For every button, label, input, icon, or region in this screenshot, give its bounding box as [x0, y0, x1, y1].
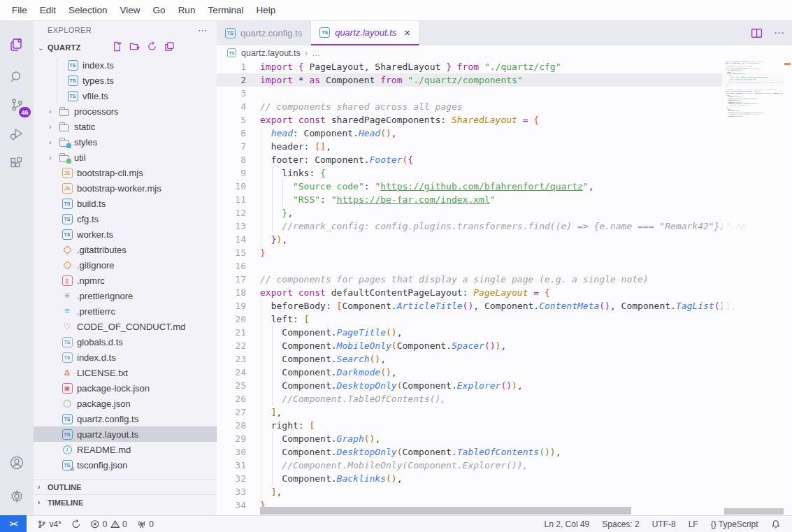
menu-item-file[interactable]: File	[6, 0, 34, 21]
tree-item-vfile-ts[interactable]: TSvfile.ts	[34, 88, 217, 103]
explorer-sidebar: EXPLORER ⋯ ⌄ QUARTZ TSindex.tsTStypes.ts…	[34, 21, 217, 515]
debug-icon[interactable]	[0, 120, 34, 148]
code-line-29: 29 Component.Graph(),	[217, 432, 747, 445]
tree-item-license-txt[interactable]: ΔLICENSE.txt	[34, 365, 217, 380]
sidebar-title: EXPLORER	[48, 26, 92, 34]
tree-item-tsconfig-json[interactable]: TS⚙tsconfig.json	[34, 457, 217, 473]
breadcrumb-more[interactable]: …	[312, 48, 321, 58]
split-editor-icon[interactable]	[751, 27, 763, 39]
tree-item--gitignore[interactable]: .gitignore	[34, 257, 217, 273]
chevron-right-icon: ›	[38, 498, 48, 506]
horizontal-scrollbar[interactable]	[260, 507, 631, 515]
project-section-row[interactable]: ⌄ QUARTZ	[34, 39, 217, 56]
tree-item-index-ts[interactable]: TSindex.ts	[34, 57, 217, 73]
menu-item-terminal[interactable]: Terminal	[201, 0, 250, 21]
collapse-icon[interactable]	[164, 41, 175, 55]
line-number: 1	[217, 60, 246, 73]
search-icon[interactable]	[0, 63, 34, 91]
code-line-13: 13 //remark_config: config.plugins.trans…	[723, 82, 784, 84]
sidebar-more-actions[interactable]: ⋯	[198, 24, 208, 36]
tree-item-label: cfg.ts	[77, 214, 99, 224]
line-number: 16	[217, 259, 246, 273]
status-left-2-error[interactable]: 00	[85, 516, 131, 532]
code-line-2: 2import * as Component from "./quartz/co…	[217, 73, 747, 87]
tree-item-bootstrap-cli-mjs[interactable]: JSbootstrap-cli.mjs	[34, 165, 217, 180]
status-label: Ln 2, Col 49	[545, 519, 590, 529]
tree-item-types-ts[interactable]: TStypes.ts	[34, 73, 217, 88]
minimap[interactable]: 1import { PageLayout, SharedLayout } fro…	[722, 60, 784, 515]
code-line-3: 3	[217, 87, 747, 100]
chevron-right-icon: ›	[49, 153, 59, 161]
account-icon[interactable]	[0, 449, 34, 477]
status-right-2[interactable]: UTF-8	[646, 516, 682, 532]
menu-item-view[interactable]: View	[114, 0, 147, 21]
tree-item--prettierrc[interactable]: ≡.prettierrc	[34, 303, 217, 319]
code-editor[interactable]: 1import { PageLayout, SharedLayout } fro…	[217, 60, 792, 515]
status-right-3[interactable]: LF	[682, 516, 705, 532]
menu-item-run[interactable]: Run	[172, 0, 202, 21]
minimap-scrollbar[interactable]	[724, 508, 784, 515]
code-line-1: 1import { PageLayout, SharedLayout } fro…	[217, 60, 747, 73]
tree-item-quartz-layout-ts[interactable]: TSquartz.layout.ts	[34, 426, 217, 442]
status-left-0-branch[interactable]: v4*	[32, 516, 66, 532]
breadcrumb-file[interactable]: quartz.layout.ts	[241, 48, 301, 58]
menu-item-selection[interactable]: Selection	[62, 0, 114, 21]
code-line-22: 22 Component.MobileOnly(Component.Spacer…	[217, 339, 747, 352]
tree-item-build-ts[interactable]: TSbuild.ts	[34, 196, 217, 211]
tree-item-code-of-conduct-md[interactable]: ♡CODE_OF_CONDUCT.md	[34, 319, 217, 334]
close-icon[interactable]: ×	[404, 27, 410, 38]
tree-item--gitattributes[interactable]: .gitattributes	[34, 242, 217, 257]
code-line-28: 28 right: [	[217, 419, 747, 432]
breadcrumb[interactable]: TS quartz.layout.ts › …	[217, 45, 792, 60]
tree-item-static[interactable]: ›static	[34, 119, 217, 134]
new-folder-icon[interactable]	[129, 41, 140, 55]
line-number: 4	[217, 100, 246, 113]
tree-item-package-lock-json[interactable]: ▣package-lock.json	[34, 380, 217, 396]
panel-timeline[interactable]: ›TIMELINE	[34, 494, 217, 510]
status-left-1-sync[interactable]	[66, 516, 86, 532]
tab-quartz-layout-ts[interactable]: TSquartz.layout.ts×	[311, 21, 419, 45]
status-right-4-brackets[interactable]: {} TypeScript	[705, 516, 765, 532]
tree-item-package-json[interactable]: ⬡package.json	[34, 396, 217, 411]
tree-item--npmrc[interactable]: ▯.npmrc	[34, 273, 217, 288]
tree-item--prettierignore[interactable]: ≡.prettierignore	[34, 288, 217, 303]
remote-indicator[interactable]: ><	[0, 515, 27, 532]
tree-item-label: index.d.ts	[77, 352, 116, 363]
code-line-21: 21 Component.PageTitle(),	[217, 326, 747, 339]
status-right-5-bell[interactable]	[765, 516, 787, 532]
gear-icon[interactable]	[0, 482, 34, 510]
tree-item-quartz-config-ts[interactable]: TSquartz.config.ts	[34, 411, 217, 426]
panel-outline[interactable]: ›OUTLINE	[34, 479, 217, 494]
tree-item-index-d-ts[interactable]: TSindex.d.ts	[34, 350, 217, 365]
breadcrumb-separator: ›	[305, 48, 308, 58]
tree-item-globals-d-ts[interactable]: TSglobals.d.ts	[34, 334, 217, 350]
line-number: 5	[217, 113, 246, 127]
menu-item-go[interactable]: Go	[147, 0, 172, 21]
tree-item-cfg-ts[interactable]: TScfg.ts	[34, 211, 217, 227]
refresh-icon[interactable]	[147, 41, 157, 55]
status-label: {} TypeScript	[711, 519, 758, 529]
menu-item-edit[interactable]: Edit	[34, 0, 62, 21]
more-actions-icon[interactable]: ⋯	[774, 27, 785, 39]
tree-item-processors[interactable]: ›processors	[34, 103, 217, 119]
menu-item-help[interactable]: Help	[250, 0, 282, 21]
tree-item-readme-md[interactable]: iREADME.md	[34, 442, 217, 457]
line-number: 32	[217, 472, 246, 485]
status-left-3-broadcast[interactable]: 0	[132, 516, 159, 532]
tab-quartz-config-ts[interactable]: TSquartz.config.ts	[217, 21, 311, 45]
new-file-icon[interactable]	[112, 41, 122, 55]
status-right-1[interactable]: Spaces: 2	[596, 516, 645, 532]
tree-item-util[interactable]: ›util	[34, 150, 217, 165]
npm-green-file-icon: ⬡	[62, 398, 73, 409]
extensions-icon[interactable]	[0, 150, 34, 178]
source-control-icon[interactable]: 46	[0, 91, 34, 119]
code-line-27: 27 ],	[217, 405, 747, 419]
tree-item-worker-ts[interactable]: TSworker.ts	[34, 227, 217, 242]
ts-file-icon: TS	[62, 213, 73, 224]
status-right-0[interactable]: Ln 2, Col 49	[538, 516, 596, 532]
files-icon[interactable]	[0, 31, 34, 59]
tree-item-bootstrap-worker-mjs[interactable]: JSbootstrap-worker.mjs	[34, 180, 217, 196]
status-label: 0	[103, 519, 108, 529]
tree-item-styles[interactable]: ›styles	[34, 134, 217, 150]
tab-bar: TSquartz.config.tsTSquartz.layout.ts×	[217, 21, 792, 45]
